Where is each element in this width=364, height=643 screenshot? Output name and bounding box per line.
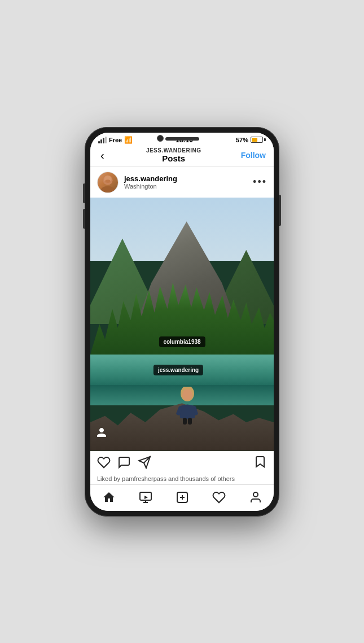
nav-username: JESS.WANDERING bbox=[107, 147, 241, 154]
bottom-nav bbox=[90, 484, 274, 511]
nav-title: Posts bbox=[107, 154, 241, 163]
like-button[interactable] bbox=[97, 456, 111, 471]
action-bar bbox=[90, 451, 274, 475]
nav-profile-button[interactable] bbox=[244, 488, 267, 506]
nav-activity-button[interactable] bbox=[208, 488, 230, 506]
svg-point-3 bbox=[105, 180, 110, 183]
post-username[interactable]: jess.wandering bbox=[124, 174, 247, 183]
person-figure bbox=[173, 387, 196, 421]
status-bar: Free 📶 18:10 57% bbox=[90, 133, 274, 145]
share-button[interactable] bbox=[138, 456, 151, 471]
status-right: 57% bbox=[236, 137, 266, 143]
battery-percent-label: 57% bbox=[236, 137, 248, 143]
status-left: Free 📶 bbox=[98, 136, 133, 144]
back-button[interactable]: ‹ bbox=[98, 148, 107, 162]
battery-icon bbox=[251, 137, 266, 143]
bookmark-button[interactable] bbox=[253, 455, 267, 472]
phone-screen: Free 📶 18:10 57% ‹ JESS.WANDERING Posts bbox=[90, 133, 274, 511]
svg-rect-7 bbox=[188, 418, 192, 425]
signal-icon bbox=[98, 137, 107, 143]
svg-point-15 bbox=[253, 492, 258, 497]
svg-marker-11 bbox=[144, 496, 148, 499]
nav-home-button[interactable] bbox=[98, 488, 120, 506]
post-location: Washington bbox=[124, 183, 247, 190]
svg-rect-6 bbox=[183, 418, 187, 425]
tag-jess[interactable]: jess.wandering bbox=[154, 365, 203, 375]
wifi-icon: 📶 bbox=[124, 136, 133, 144]
volume-down-button[interactable] bbox=[83, 209, 85, 229]
power-button[interactable] bbox=[279, 195, 281, 226]
post-image[interactable]: columbia1938 jess.wandering bbox=[90, 198, 274, 451]
more-options-button[interactable]: ••• bbox=[253, 176, 267, 188]
status-time: 18:10 bbox=[176, 136, 193, 144]
person-tag-icon bbox=[96, 427, 107, 441]
volume-up-button[interactable] bbox=[83, 183, 85, 203]
post-user-info: jess.wandering Washington bbox=[124, 174, 247, 190]
liked-by-text: Liked by pamfresherpass and thousands of… bbox=[90, 475, 274, 484]
nav-center: JESS.WANDERING Posts bbox=[107, 147, 241, 163]
phone-frame: Free 📶 18:10 57% ‹ JESS.WANDERING Posts bbox=[85, 127, 279, 517]
avatar-image bbox=[98, 172, 118, 193]
post-header: jess.wandering Washington ••• bbox=[90, 167, 274, 198]
action-icons-left bbox=[97, 456, 253, 471]
carrier-label: Free bbox=[109, 137, 122, 143]
nav-bar: ‹ JESS.WANDERING Posts Follow bbox=[90, 145, 274, 167]
scene: columbia1938 jess.wandering bbox=[90, 198, 274, 451]
follow-button[interactable]: Follow bbox=[241, 151, 266, 160]
tag-columbia[interactable]: columbia1938 bbox=[159, 336, 205, 347]
nav-reels-button[interactable] bbox=[134, 488, 157, 506]
svg-point-5 bbox=[182, 389, 192, 400]
nav-add-button[interactable] bbox=[171, 488, 194, 506]
avatar[interactable] bbox=[97, 172, 119, 193]
comment-button[interactable] bbox=[117, 456, 131, 471]
svg-point-1 bbox=[101, 186, 115, 193]
